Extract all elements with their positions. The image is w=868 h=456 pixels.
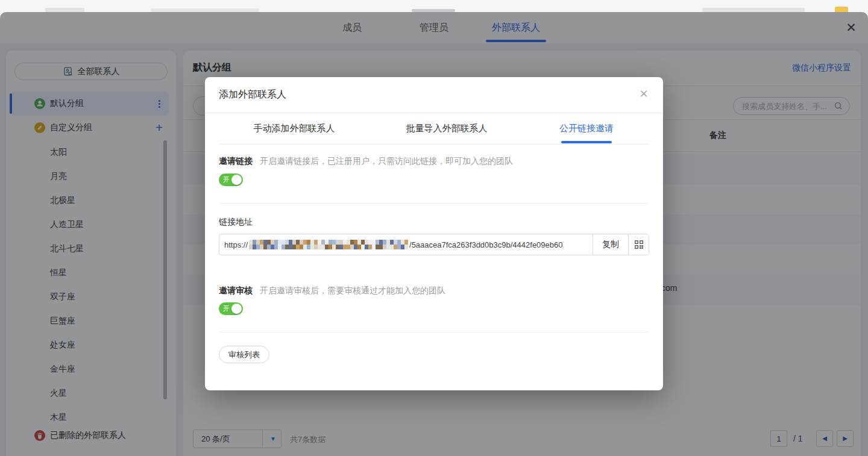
invite-review-toggle[interactable]: 开 <box>219 302 243 315</box>
modal-tab-public-link[interactable]: 公开链接邀请 <box>559 113 614 144</box>
divider <box>219 332 649 333</box>
invite-link-label: 邀请链接 <box>219 156 253 167</box>
url-prefix: https:// <box>224 240 248 249</box>
modal-tab-batch-import[interactable]: 批量导入外部联系人 <box>406 113 488 144</box>
url-suffix: /5aaacea7fca263f3dd0b3c9b/4442fe09eb60 <box>409 240 562 249</box>
invite-review-section-header: 邀请审核 开启邀请审核后，需要审核通过才能加入您的团队 <box>219 286 649 296</box>
divider <box>219 203 649 204</box>
modal-active-tab-underline <box>561 141 612 143</box>
toggle-on-label: 开 <box>223 302 230 315</box>
underlying-page-strip <box>0 0 868 12</box>
invite-link-toggle[interactable]: 开 <box>219 173 243 186</box>
page-logo-placeholder <box>45 8 84 12</box>
modal-title: 添加外部联系人 <box>219 89 286 101</box>
invite-review-description: 开启邀请审核后，需要审核通过才能加入您的团队 <box>260 286 445 296</box>
review-list-button[interactable]: 审核列表 <box>219 346 269 363</box>
link-address-label: 链接地址 <box>219 217 253 228</box>
page-icons-placeholder <box>702 8 805 12</box>
toggle-knob <box>231 175 242 185</box>
url-mosaic <box>249 240 408 249</box>
copy-link-button[interactable]: 复制 <box>593 234 628 255</box>
qr-code-icon <box>634 240 644 249</box>
invite-review-label: 邀请审核 <box>219 286 253 296</box>
invite-link-section-header: 邀请链接 开启邀请链接后，已注册用户，只需访问此链接，即可加入您的团队 <box>219 156 649 167</box>
toggle-knob <box>231 304 242 314</box>
invite-link-url[interactable]: https:// /5aaacea7fca263f3dd0b3c9b/4442f… <box>219 234 593 255</box>
modal-tab-manual-add[interactable]: 手动添加外部联系人 <box>254 113 335 144</box>
invite-link-description: 开启邀请链接后，已注册用户，只需访问此链接，即可加入您的团队 <box>260 156 513 167</box>
divider <box>219 144 649 145</box>
modal-close-icon[interactable]: ✕ <box>635 86 652 102</box>
toggle-on-label: 开 <box>223 173 230 186</box>
link-address-section-header: 链接地址 <box>219 217 649 228</box>
add-external-contact-modal: 添加外部联系人 ✕ 手动添加外部联系人 批量导入外部联系人 公开链接邀请 邀请链… <box>205 77 663 390</box>
qr-code-button[interactable] <box>628 234 649 255</box>
page-crown-icon <box>835 7 848 12</box>
invite-link-field-group: https:// /5aaacea7fca263f3dd0b3c9b/4442f… <box>219 234 649 255</box>
